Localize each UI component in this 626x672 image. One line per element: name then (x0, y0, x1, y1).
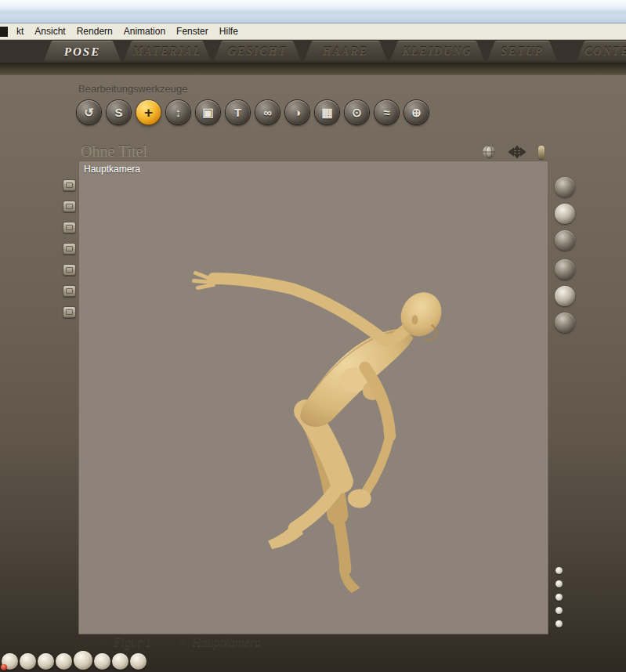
side-dot-3[interactable] (555, 594, 563, 601)
chain-break-icon: ∞ (255, 100, 280, 125)
joint-tool-icon[interactable] (538, 146, 545, 159)
magnifier-icon: ⊙ (345, 100, 369, 125)
scale-icon: ▣ (196, 100, 220, 125)
color-icon: ◑ (285, 100, 309, 125)
editing-toolbar: ↺ S + ↕ ▣ T ∞ ◑ ▦ ⊙ ≈ ⊕ (77, 100, 429, 125)
move-axes-icon[interactable] (505, 146, 529, 158)
translate-icon: + (136, 100, 161, 125)
display-style-sphere-3[interactable] (38, 653, 54, 670)
display-style-sphere-8[interactable] (130, 653, 147, 670)
tool-scale-button[interactable]: ▣ (196, 100, 220, 125)
chevron-down-icon (178, 641, 187, 647)
tool-magnifier-button[interactable]: ⊙ (345, 100, 369, 125)
window-icon (0, 27, 8, 37)
poser-window: kt Ansicht Rendern Animation Fenster Hil… (0, 0, 626, 672)
tool-direct-manipulation-button[interactable]: ⊕ (404, 100, 429, 125)
chevron-down-icon (100, 641, 109, 647)
tab-setup[interactable]: SETUP (487, 41, 558, 63)
translate-inout-icon: ↕ (166, 100, 190, 125)
side-dot-controls (555, 567, 563, 634)
tool-grouping-button[interactable]: ▦ (315, 100, 339, 125)
side-dot-5[interactable] (555, 620, 563, 627)
grouping-icon: ▦ (315, 100, 339, 125)
camera-selector[interactable]: Hauptkamera (178, 635, 261, 649)
side-sphere-button-1[interactable] (555, 177, 575, 197)
tool-translate-button[interactable]: + (136, 100, 161, 125)
side-sphere-button-5[interactable] (555, 286, 575, 306)
viewport-control-button-6[interactable] (63, 285, 76, 297)
viewport-control-button-4[interactable] (63, 243, 76, 255)
globe-icon[interactable] (482, 145, 496, 159)
display-style-sphere-4[interactable] (56, 653, 72, 670)
figure-selector[interactable]: Figur 1 (100, 635, 151, 649)
side-sphere-button-4[interactable] (555, 259, 575, 280)
menu-item-objekt[interactable]: kt (11, 23, 29, 39)
document-header-icons (482, 145, 545, 159)
rotate-icon: ↺ (77, 100, 101, 125)
menu-item-ansicht[interactable]: Ansicht (29, 23, 71, 39)
figure-selector-label: Figur 1 (114, 635, 151, 649)
menu-bar: kt Ansicht Rendern Animation Fenster Hil… (0, 23, 626, 40)
tab-gesicht-label: GESICHT (228, 45, 287, 57)
direct-manipulation-icon: ⊕ (404, 100, 429, 125)
taper-icon: T (226, 100, 250, 125)
tool-chain-break-button[interactable]: ∞ (255, 100, 280, 125)
tools-section-label: Bearbeitungswerkzeuge (78, 83, 187, 95)
camera-label: Hauptkamera (84, 164, 140, 175)
display-style-sphere-6[interactable] (94, 653, 110, 670)
display-style-sphere-5-selected[interactable] (74, 651, 92, 670)
side-dot-1[interactable] (555, 567, 563, 574)
tab-bar-base (0, 63, 626, 75)
tab-haare[interactable]: HAARE (303, 41, 388, 63)
tab-pose[interactable]: POSE (43, 41, 121, 63)
document-title: Ohne Titel (81, 143, 147, 161)
tool-morph-button[interactable]: ≈ (375, 100, 399, 125)
figure-3d[interactable] (79, 161, 548, 634)
side-sphere-button-6[interactable] (555, 313, 575, 333)
display-style-sphere-7[interactable] (112, 653, 128, 670)
display-style-controls (2, 651, 147, 670)
tool-taper-button[interactable]: T (226, 100, 250, 125)
tool-twist-button[interactable]: S (107, 100, 131, 125)
window-titlebar[interactable] (0, 0, 626, 23)
display-style-sphere-2[interactable] (20, 653, 36, 670)
record-dot[interactable] (1, 664, 7, 670)
tab-kleidung-label: KLEIDUNG (402, 45, 472, 57)
viewport-control-button-5[interactable] (63, 264, 76, 276)
twist-icon: S (107, 100, 131, 125)
side-dot-2[interactable] (555, 580, 563, 587)
viewport-3d[interactable]: Hauptkamera (78, 161, 548, 634)
camera-selector-label: Hauptkamera (192, 635, 261, 649)
tab-material[interactable]: MATERIAL (123, 41, 212, 63)
side-dot-4[interactable] (555, 607, 563, 614)
viewport-control-button-1[interactable] (63, 179, 76, 191)
tab-setup-label: SETUP (501, 45, 543, 57)
menu-item-hilfe[interactable]: Hilfe (214, 23, 244, 39)
viewport-control-button-3[interactable] (63, 222, 76, 233)
tool-color-button[interactable]: ◑ (285, 100, 309, 125)
side-sphere-button-3[interactable] (555, 230, 575, 251)
tab-material-label: MATERIAL (133, 45, 202, 57)
morph-icon: ≈ (375, 100, 399, 125)
menu-item-fenster[interactable]: Fenster (171, 23, 214, 39)
tab-haare-label: HAARE (323, 45, 368, 57)
menu-item-animation[interactable]: Animation (118, 23, 171, 39)
tool-rotate-button[interactable]: ↺ (77, 100, 101, 125)
viewport-control-button-2[interactable] (63, 201, 76, 212)
tab-bar: POSE MATERIAL GESICHT HAARE KLEIDUNG SET… (0, 40, 626, 63)
menu-item-rendern[interactable]: Rendern (71, 23, 118, 39)
tool-translate-inout-button[interactable]: ↕ (166, 100, 190, 125)
tab-kleidung[interactable]: KLEIDUNG (389, 41, 485, 63)
tab-gesicht[interactable]: GESICHT (213, 41, 302, 63)
side-sphere-button-2[interactable] (555, 204, 575, 224)
side-sphere-controls (555, 177, 575, 339)
tab-content[interactable]: CONTE (576, 41, 626, 63)
tab-content-label: CONTE (584, 45, 626, 57)
viewport-controls-column (63, 179, 76, 327)
viewport-control-button-7[interactable] (63, 306, 76, 318)
tab-pose-label: POSE (64, 45, 100, 58)
